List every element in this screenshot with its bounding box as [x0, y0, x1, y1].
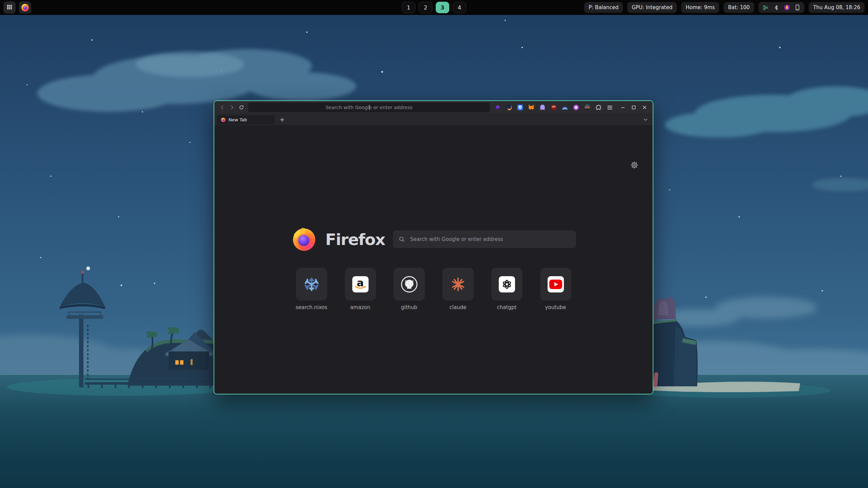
phone-icon[interactable]	[795, 4, 800, 11]
firefox-launcher-button[interactable]	[19, 1, 31, 14]
newtab-hero: Firefox	[214, 226, 653, 252]
shortcut-search-nixos[interactable]: search.nixos	[296, 268, 327, 310]
amazon-icon: a	[352, 276, 369, 292]
newtab-search-input[interactable]	[409, 236, 571, 243]
close-icon	[642, 105, 647, 110]
newtab-search-bar[interactable]	[393, 230, 576, 248]
metamask-fox-extension-icon[interactable]	[527, 103, 536, 112]
tile-label: chatgpt	[497, 304, 517, 310]
firefox-window: UO	[214, 100, 653, 394]
reload-button[interactable]	[237, 103, 246, 112]
claude-asterisk-icon	[450, 276, 466, 292]
search-icon	[398, 236, 405, 243]
app-launcher-button[interactable]	[3, 1, 16, 14]
workspace-button-3-active[interactable]: 3	[436, 2, 449, 13]
browser-toolbar: UO	[214, 101, 653, 114]
workspace-switcher: 1 2 3 4	[402, 2, 466, 13]
new-tab-button[interactable]: +	[278, 115, 287, 124]
gpu-chip[interactable]: GPU: Integrated	[627, 2, 677, 13]
youtube-card	[548, 276, 564, 292]
orange-moon-extension-icon[interactable]	[505, 103, 513, 112]
firefox-flame-icon[interactable]	[784, 4, 790, 11]
purple-hexagon-extension-icon[interactable]	[572, 103, 580, 112]
ping-chip[interactable]: Home: 9ms	[681, 2, 719, 13]
menu-button[interactable]	[605, 103, 614, 112]
gear-icon	[630, 161, 638, 169]
desktop: 1 2 3 4 P: Balanced GPU: Integrated Home…	[0, 0, 868, 488]
battery-label: Bat: 100	[728, 4, 750, 11]
power-profile-chip[interactable]: P: Balanced	[584, 2, 623, 13]
tile-card	[442, 268, 474, 301]
firefox-logo	[291, 226, 317, 252]
tile-label: youtube	[545, 304, 566, 310]
tab-strip: New Tab +	[214, 114, 653, 125]
close-button[interactable]	[640, 103, 649, 112]
tile-label: claude	[450, 304, 467, 310]
workspace-button-2[interactable]: 2	[419, 2, 432, 13]
list-all-tabs-button[interactable]	[641, 115, 650, 124]
chevron-down-icon	[643, 117, 648, 122]
shortcut-amazon[interactable]: a amazon	[345, 268, 376, 310]
ghostery-ghost-extension-icon[interactable]	[538, 103, 547, 112]
reload-icon	[238, 104, 244, 110]
shortcut-tiles: search.nixos a amazon	[214, 268, 653, 310]
ublock-glyph: UO	[552, 105, 556, 108]
workspace-button-1[interactable]: 1	[402, 2, 415, 13]
clock-label: Thu Aug 08, 18:26	[813, 4, 860, 11]
tab-label: New Tab	[229, 117, 247, 122]
tile-label: search.nixos	[296, 304, 328, 310]
purple-diamond-extension-icon[interactable]	[493, 103, 502, 112]
firefox-icon	[21, 3, 29, 12]
tile-card	[394, 268, 425, 301]
shortcut-chatgpt[interactable]: chatgpt	[491, 268, 522, 310]
personalize-settings-button[interactable]	[630, 161, 638, 169]
clock-chip[interactable]: Thu Aug 08, 18:26	[809, 2, 865, 13]
bluetooth-icon[interactable]	[773, 5, 779, 11]
scissors-icon[interactable]	[763, 4, 769, 11]
app-grid-icon	[6, 4, 13, 11]
workspace-label: 3	[440, 4, 444, 11]
spy-face-extension-icon[interactable]	[583, 103, 592, 112]
minimize-button[interactable]	[618, 103, 628, 112]
tab-new-tab[interactable]: New Tab	[217, 115, 275, 124]
workspace-button-4[interactable]: 4	[453, 2, 466, 13]
top-status-bar: 1 2 3 4 P: Balanced GPU: Integrated Home…	[0, 0, 868, 15]
maximize-button[interactable]	[629, 103, 638, 112]
text-caret	[369, 105, 370, 110]
battery-chip[interactable]: Bat: 100	[724, 2, 754, 13]
system-tray	[758, 2, 804, 13]
ublock-origin-extension-icon[interactable]: UO	[549, 103, 558, 112]
blue-shield-lock-extension-icon[interactable]	[516, 103, 525, 112]
gpu-label: GPU: Integrated	[632, 4, 672, 11]
forward-button[interactable]	[227, 103, 237, 112]
url-bar[interactable]	[248, 103, 490, 112]
back-button[interactable]	[218, 103, 227, 112]
shortcut-youtube[interactable]: youtube	[540, 268, 571, 310]
tile-label: github	[401, 304, 417, 310]
workspace-label: 4	[458, 4, 461, 11]
shortcut-github[interactable]: github	[394, 268, 425, 310]
firefox-wordmark: Firefox	[326, 230, 385, 249]
extensions-puzzle-icon[interactable]	[594, 103, 603, 112]
shortcut-claude[interactable]: claude	[442, 268, 474, 310]
tile-card	[540, 268, 571, 301]
plus-glyph: +	[279, 117, 284, 123]
tile-label: amazon	[350, 304, 371, 310]
openai-card	[499, 276, 515, 292]
new-tab-page: Firefox	[214, 125, 653, 394]
amazon-smile-arrow	[355, 285, 366, 290]
minimize-icon	[620, 105, 626, 110]
tile-card	[491, 268, 522, 301]
workspace-label: 1	[407, 4, 410, 11]
power-profile-label: P: Balanced	[589, 4, 618, 11]
maximize-icon	[631, 105, 636, 110]
forward-icon	[229, 104, 235, 110]
openai-knot-icon	[500, 278, 513, 291]
ping-label: Home: 9ms	[686, 4, 715, 11]
tile-card	[296, 268, 327, 301]
workspace-label: 2	[424, 4, 427, 11]
nixos-snowflake-icon	[303, 276, 320, 293]
window-controls	[618, 103, 649, 112]
back-icon	[219, 104, 225, 110]
blue-arc-extension-icon[interactable]	[560, 103, 569, 112]
